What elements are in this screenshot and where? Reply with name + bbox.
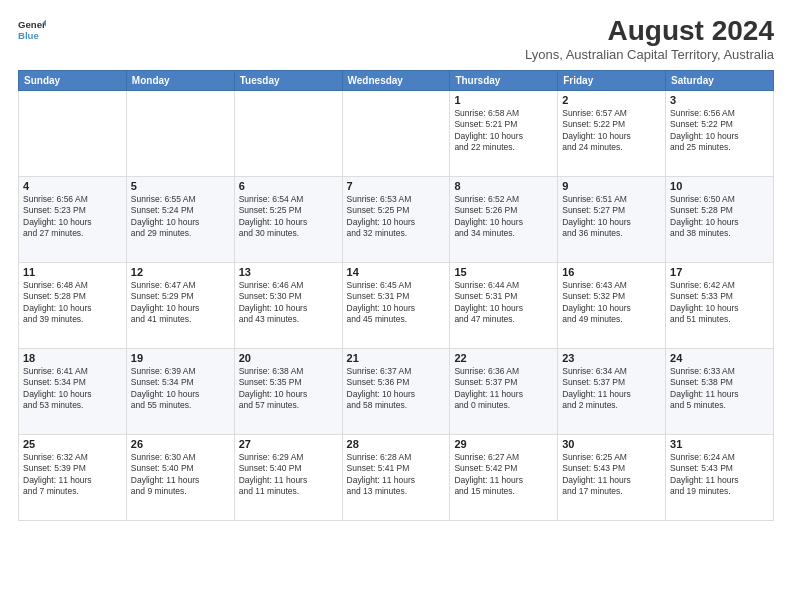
logo: General Blue [18, 16, 46, 44]
day-info: Sunrise: 6:37 AM Sunset: 5:36 PM Dayligh… [347, 366, 446, 412]
day-info: Sunrise: 6:57 AM Sunset: 5:22 PM Dayligh… [562, 108, 661, 154]
week-row-2: 4Sunrise: 6:56 AM Sunset: 5:23 PM Daylig… [19, 176, 774, 262]
day-number: 19 [131, 352, 230, 364]
day-number: 11 [23, 266, 122, 278]
day-info: Sunrise: 6:30 AM Sunset: 5:40 PM Dayligh… [131, 452, 230, 498]
day-number: 26 [131, 438, 230, 450]
month-year: August 2024 [525, 16, 774, 47]
day-number: 28 [347, 438, 446, 450]
page: General Blue August 2024 Lyons, Australi… [0, 0, 792, 612]
day-number: 18 [23, 352, 122, 364]
day-info: Sunrise: 6:38 AM Sunset: 5:35 PM Dayligh… [239, 366, 338, 412]
day-number: 6 [239, 180, 338, 192]
day-number: 1 [454, 94, 553, 106]
day-number: 22 [454, 352, 553, 364]
table-cell [19, 90, 127, 176]
table-cell: 22Sunrise: 6:36 AM Sunset: 5:37 PM Dayli… [450, 348, 558, 434]
table-cell: 5Sunrise: 6:55 AM Sunset: 5:24 PM Daylig… [126, 176, 234, 262]
table-cell: 31Sunrise: 6:24 AM Sunset: 5:43 PM Dayli… [666, 434, 774, 520]
day-info: Sunrise: 6:48 AM Sunset: 5:28 PM Dayligh… [23, 280, 122, 326]
table-cell: 28Sunrise: 6:28 AM Sunset: 5:41 PM Dayli… [342, 434, 450, 520]
day-info: Sunrise: 6:54 AM Sunset: 5:25 PM Dayligh… [239, 194, 338, 240]
col-monday: Monday [126, 70, 234, 90]
table-cell: 18Sunrise: 6:41 AM Sunset: 5:34 PM Dayli… [19, 348, 127, 434]
day-info: Sunrise: 6:28 AM Sunset: 5:41 PM Dayligh… [347, 452, 446, 498]
table-cell: 11Sunrise: 6:48 AM Sunset: 5:28 PM Dayli… [19, 262, 127, 348]
table-cell: 16Sunrise: 6:43 AM Sunset: 5:32 PM Dayli… [558, 262, 666, 348]
day-info: Sunrise: 6:51 AM Sunset: 5:27 PM Dayligh… [562, 194, 661, 240]
day-number: 16 [562, 266, 661, 278]
day-number: 13 [239, 266, 338, 278]
col-thursday: Thursday [450, 70, 558, 90]
col-tuesday: Tuesday [234, 70, 342, 90]
day-number: 27 [239, 438, 338, 450]
day-info: Sunrise: 6:36 AM Sunset: 5:37 PM Dayligh… [454, 366, 553, 412]
day-number: 30 [562, 438, 661, 450]
table-cell: 12Sunrise: 6:47 AM Sunset: 5:29 PM Dayli… [126, 262, 234, 348]
table-cell: 6Sunrise: 6:54 AM Sunset: 5:25 PM Daylig… [234, 176, 342, 262]
logo-icon: General Blue [18, 16, 46, 44]
day-number: 8 [454, 180, 553, 192]
table-cell: 1Sunrise: 6:58 AM Sunset: 5:21 PM Daylig… [450, 90, 558, 176]
day-info: Sunrise: 6:44 AM Sunset: 5:31 PM Dayligh… [454, 280, 553, 326]
day-number: 5 [131, 180, 230, 192]
day-info: Sunrise: 6:29 AM Sunset: 5:40 PM Dayligh… [239, 452, 338, 498]
day-number: 17 [670, 266, 769, 278]
day-number: 23 [562, 352, 661, 364]
location: Lyons, Australian Capital Territory, Aus… [525, 47, 774, 62]
day-number: 4 [23, 180, 122, 192]
day-number: 20 [239, 352, 338, 364]
day-info: Sunrise: 6:50 AM Sunset: 5:28 PM Dayligh… [670, 194, 769, 240]
table-cell [234, 90, 342, 176]
day-number: 24 [670, 352, 769, 364]
day-number: 25 [23, 438, 122, 450]
day-info: Sunrise: 6:32 AM Sunset: 5:39 PM Dayligh… [23, 452, 122, 498]
col-friday: Friday [558, 70, 666, 90]
table-cell: 4Sunrise: 6:56 AM Sunset: 5:23 PM Daylig… [19, 176, 127, 262]
day-info: Sunrise: 6:41 AM Sunset: 5:34 PM Dayligh… [23, 366, 122, 412]
table-cell: 7Sunrise: 6:53 AM Sunset: 5:25 PM Daylig… [342, 176, 450, 262]
day-info: Sunrise: 6:39 AM Sunset: 5:34 PM Dayligh… [131, 366, 230, 412]
table-cell: 17Sunrise: 6:42 AM Sunset: 5:33 PM Dayli… [666, 262, 774, 348]
table-cell: 20Sunrise: 6:38 AM Sunset: 5:35 PM Dayli… [234, 348, 342, 434]
day-info: Sunrise: 6:34 AM Sunset: 5:37 PM Dayligh… [562, 366, 661, 412]
table-cell: 29Sunrise: 6:27 AM Sunset: 5:42 PM Dayli… [450, 434, 558, 520]
title-block: August 2024 Lyons, Australian Capital Te… [525, 16, 774, 62]
table-cell: 27Sunrise: 6:29 AM Sunset: 5:40 PM Dayli… [234, 434, 342, 520]
day-info: Sunrise: 6:53 AM Sunset: 5:25 PM Dayligh… [347, 194, 446, 240]
week-row-1: 1Sunrise: 6:58 AM Sunset: 5:21 PM Daylig… [19, 90, 774, 176]
day-number: 10 [670, 180, 769, 192]
day-number: 9 [562, 180, 661, 192]
table-cell: 25Sunrise: 6:32 AM Sunset: 5:39 PM Dayli… [19, 434, 127, 520]
day-info: Sunrise: 6:55 AM Sunset: 5:24 PM Dayligh… [131, 194, 230, 240]
table-cell: 21Sunrise: 6:37 AM Sunset: 5:36 PM Dayli… [342, 348, 450, 434]
table-cell: 30Sunrise: 6:25 AM Sunset: 5:43 PM Dayli… [558, 434, 666, 520]
day-info: Sunrise: 6:42 AM Sunset: 5:33 PM Dayligh… [670, 280, 769, 326]
day-info: Sunrise: 6:58 AM Sunset: 5:21 PM Dayligh… [454, 108, 553, 154]
day-info: Sunrise: 6:46 AM Sunset: 5:30 PM Dayligh… [239, 280, 338, 326]
col-saturday: Saturday [666, 70, 774, 90]
day-info: Sunrise: 6:45 AM Sunset: 5:31 PM Dayligh… [347, 280, 446, 326]
day-number: 15 [454, 266, 553, 278]
day-info: Sunrise: 6:33 AM Sunset: 5:38 PM Dayligh… [670, 366, 769, 412]
table-cell: 9Sunrise: 6:51 AM Sunset: 5:27 PM Daylig… [558, 176, 666, 262]
col-sunday: Sunday [19, 70, 127, 90]
day-info: Sunrise: 6:56 AM Sunset: 5:23 PM Dayligh… [23, 194, 122, 240]
table-cell: 14Sunrise: 6:45 AM Sunset: 5:31 PM Dayli… [342, 262, 450, 348]
day-info: Sunrise: 6:52 AM Sunset: 5:26 PM Dayligh… [454, 194, 553, 240]
calendar-table: Sunday Monday Tuesday Wednesday Thursday… [18, 70, 774, 521]
svg-text:Blue: Blue [18, 30, 39, 41]
header-row: Sunday Monday Tuesday Wednesday Thursday… [19, 70, 774, 90]
day-info: Sunrise: 6:43 AM Sunset: 5:32 PM Dayligh… [562, 280, 661, 326]
table-cell: 10Sunrise: 6:50 AM Sunset: 5:28 PM Dayli… [666, 176, 774, 262]
table-cell: 23Sunrise: 6:34 AM Sunset: 5:37 PM Dayli… [558, 348, 666, 434]
day-number: 29 [454, 438, 553, 450]
day-number: 14 [347, 266, 446, 278]
day-number: 2 [562, 94, 661, 106]
table-cell [126, 90, 234, 176]
table-cell: 15Sunrise: 6:44 AM Sunset: 5:31 PM Dayli… [450, 262, 558, 348]
day-info: Sunrise: 6:27 AM Sunset: 5:42 PM Dayligh… [454, 452, 553, 498]
week-row-3: 11Sunrise: 6:48 AM Sunset: 5:28 PM Dayli… [19, 262, 774, 348]
table-cell: 3Sunrise: 6:56 AM Sunset: 5:22 PM Daylig… [666, 90, 774, 176]
day-info: Sunrise: 6:24 AM Sunset: 5:43 PM Dayligh… [670, 452, 769, 498]
